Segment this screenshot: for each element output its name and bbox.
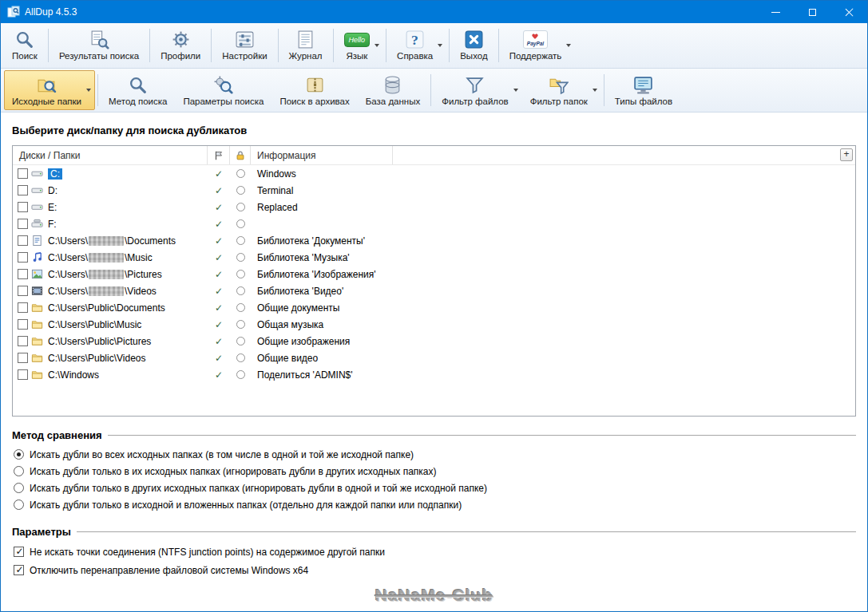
row-checkbox[interactable] xyxy=(18,235,28,246)
toolbar-button-paypal[interactable]: PayPalПоддержать xyxy=(501,25,576,66)
table-row[interactable]: D:Terminal xyxy=(13,182,855,199)
radio-button[interactable] xyxy=(14,466,24,476)
comparison-option[interactable]: Искать дубли только в других исходных па… xyxy=(12,480,856,496)
toolbar-button-source-folders[interactable]: Исходные папки xyxy=(4,70,95,110)
app-icon xyxy=(7,6,20,18)
table-row[interactable]: C:\Users\Public\VideosОбщие видео xyxy=(13,349,855,366)
table-row[interactable]: C:\Users\\VideosБиблиотека 'Видео' xyxy=(13,282,855,299)
row-checkbox[interactable] xyxy=(18,353,28,363)
maximize-button[interactable] xyxy=(794,1,830,23)
journal-icon xyxy=(295,29,315,50)
folder-info: Общие изображения xyxy=(251,336,855,347)
toolbar-button-file-types[interactable]: Типы файлов xyxy=(607,70,680,110)
flag-column-icon[interactable] xyxy=(208,146,230,164)
toolbar-button-search-results[interactable]: Результаты поиска xyxy=(51,25,147,66)
search-params-icon xyxy=(213,74,233,96)
row-checkbox[interactable] xyxy=(18,336,28,346)
folder-path: F: xyxy=(48,219,208,230)
radio-button[interactable] xyxy=(14,483,24,493)
row-checkbox[interactable] xyxy=(18,302,28,313)
minimize-button[interactable] xyxy=(757,1,794,23)
toolbar-separator xyxy=(211,29,212,62)
radio-button[interactable] xyxy=(14,449,24,460)
table-row[interactable]: C:\Users\Public\MusicОбщая музыка xyxy=(13,316,855,333)
toolbar-button-file-filter[interactable]: Фильтр файлов xyxy=(434,70,521,110)
lock-state-icon xyxy=(236,203,245,211)
radio-button[interactable] xyxy=(14,499,24,510)
column-header-info[interactable]: Информация xyxy=(251,146,393,164)
language-icon: Hello xyxy=(344,29,371,50)
comparison-option[interactable]: Искать дубли только в исходной и вложенн… xyxy=(12,496,856,513)
videos-icon xyxy=(30,285,48,297)
table-row[interactable]: E:Replaced xyxy=(13,199,855,215)
table-row[interactable]: C:\Users\Public\DocumentsОбщие документы xyxy=(13,299,855,316)
comparison-option[interactable]: Искать дубли во всех исходных папках (в … xyxy=(12,446,856,463)
table-row[interactable]: C:\WindowsПоделиться 'ADMIN$' xyxy=(13,366,855,383)
toolbar-button-language[interactable]: HelloЯзык xyxy=(336,25,384,66)
page-title: Выберите диск/папку для поиска дубликато… xyxy=(12,124,856,136)
table-row[interactable]: C:\Users\\DocumentsБиблиотека 'Документы… xyxy=(13,232,855,249)
toolbar-button-journal[interactable]: Журнал xyxy=(281,25,331,66)
settings-icon xyxy=(235,29,255,50)
lock-column-icon[interactable] xyxy=(230,146,251,164)
row-checkbox[interactable] xyxy=(18,369,28,380)
dropdown-arrow-icon[interactable] xyxy=(566,44,571,47)
row-checkbox[interactable] xyxy=(18,319,28,330)
toolbar-separator xyxy=(430,74,431,106)
comparison-option[interactable]: Искать дубли только в их исходных папках… xyxy=(12,463,856,480)
toolbar-button-settings[interactable]: Настройки xyxy=(214,25,275,66)
row-checkbox[interactable] xyxy=(18,202,28,212)
dropdown-arrow-icon[interactable] xyxy=(438,44,442,47)
lock-state-icon xyxy=(236,169,245,178)
parameter-option[interactable]: Отключить перенаправление файловой систе… xyxy=(12,561,856,579)
toolbar-button-search[interactable]: Поиск xyxy=(4,25,46,66)
toolbar-button-label: Поддержать xyxy=(509,51,562,61)
toolbar-button-search-method[interactable]: Метод поиска xyxy=(101,70,175,110)
table-row[interactable]: C:\Users\\PicturesБиблиотека 'Изображени… xyxy=(13,266,855,282)
lock-state-icon xyxy=(236,270,245,278)
toolbar-separator xyxy=(386,29,386,62)
close-button[interactable] xyxy=(830,1,867,23)
toolbar-button-exit[interactable]: Выход xyxy=(452,25,495,66)
table-row[interactable]: C:Windows xyxy=(13,165,855,182)
row-checkbox[interactable] xyxy=(18,286,28,296)
row-checkbox[interactable] xyxy=(18,185,28,195)
row-checkbox[interactable] xyxy=(18,168,28,179)
dropdown-arrow-icon[interactable] xyxy=(513,89,518,92)
add-column-button[interactable]: + xyxy=(840,148,853,161)
table-row[interactable]: C:\Users\Public\PicturesОбщие изображени… xyxy=(13,333,855,349)
column-header-folders[interactable]: Диски / Папки xyxy=(13,146,208,164)
table-row[interactable]: F: xyxy=(13,215,855,232)
toolbar-button-folder-filter[interactable]: Фильтр папок xyxy=(522,70,601,110)
dropdown-arrow-icon[interactable] xyxy=(593,89,597,92)
toolbar-button-profiles[interactable]: Профили xyxy=(153,25,208,66)
toolbar-button-database[interactable]: База данных xyxy=(358,70,429,110)
dropdown-arrow-icon[interactable] xyxy=(86,89,91,92)
dropdown-arrow-icon[interactable] xyxy=(375,44,379,47)
censored-username xyxy=(89,270,124,279)
table-row[interactable]: C:\Users\\MusicБиблиотека 'Музыка' xyxy=(13,249,855,266)
toolbar-button-help[interactable]: ?Справка xyxy=(389,25,446,66)
toolbar-button-label: Язык xyxy=(346,51,367,61)
folder-icon xyxy=(30,335,48,347)
include-check-icon xyxy=(208,286,230,297)
folder-icon xyxy=(30,369,48,381)
maximize-icon xyxy=(809,9,816,16)
toolbar-button-archives[interactable]: Поиск в архивах xyxy=(271,70,357,110)
table-header: Диски / Папки Информация xyxy=(13,146,855,165)
comparison-section-title: Метод сравнения xyxy=(12,429,102,441)
toolbar-separator xyxy=(149,29,150,62)
checkbox[interactable] xyxy=(14,547,24,557)
row-checkbox[interactable] xyxy=(18,219,28,229)
lock-state-icon xyxy=(236,253,245,262)
pictures-icon xyxy=(30,268,48,280)
close-icon xyxy=(844,7,854,18)
toolbar-button-search-params[interactable]: Параметры поиска xyxy=(175,70,271,110)
parameter-option[interactable]: Не искать точки соединения (NTFS junctio… xyxy=(12,543,856,561)
folder-table-body: C:WindowsD:TerminalE:ReplacedF:C:\Users\… xyxy=(13,165,855,383)
folder-info: Общие видео xyxy=(251,353,855,364)
row-checkbox[interactable] xyxy=(18,269,28,279)
checkbox[interactable] xyxy=(14,565,24,575)
documents-icon xyxy=(30,235,48,247)
row-checkbox[interactable] xyxy=(18,252,28,263)
